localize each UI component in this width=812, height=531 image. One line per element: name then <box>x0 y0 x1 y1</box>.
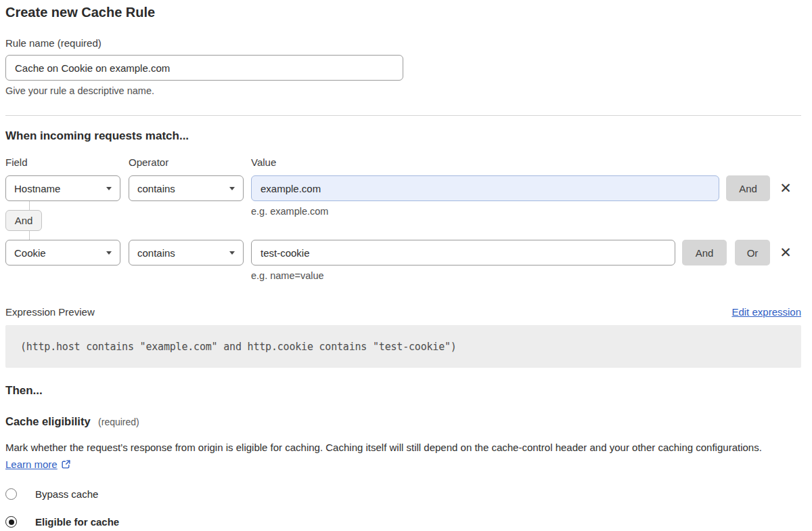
expression-code: (http.host contains "example.com" and ht… <box>20 341 457 353</box>
cache-eligibility-title: Cache eligibility <box>5 415 91 427</box>
rule-name-help: Give your rule a descriptive name. <box>5 85 801 97</box>
chevron-down-icon <box>229 187 235 190</box>
page-title: Create new Cache Rule <box>5 4 801 20</box>
value-hint: e.g. example.com <box>251 206 328 217</box>
expression-header: Expression Preview Edit expression <box>5 306 801 318</box>
then-heading: Then... <box>5 385 801 397</box>
operator-select[interactable]: contains <box>129 240 244 266</box>
condition-column-labels: Field Operator Value <box>5 156 801 168</box>
field-column-label: Field <box>5 156 120 168</box>
section-divider <box>5 115 801 116</box>
and-button[interactable]: And <box>726 175 770 201</box>
radio-unselected-icon[interactable] <box>5 488 17 500</box>
field-select[interactable]: Hostname <box>5 175 120 201</box>
rule-name-label: Rule name (required) <box>5 37 801 49</box>
radio-selected-icon[interactable] <box>5 516 17 528</box>
radio-label: Eligible for cache <box>35 516 119 528</box>
connector-stack: And <box>5 201 42 240</box>
condition-connector-area: And e.g. example.com <box>5 201 801 240</box>
operator-select-value: contains <box>137 247 175 259</box>
and-button[interactable]: And <box>682 240 727 266</box>
operator-select-value: contains <box>137 183 175 194</box>
value-column-label: Value <box>251 156 276 168</box>
value-input[interactable] <box>251 240 675 266</box>
value-input[interactable] <box>251 175 719 201</box>
field-select-value: Hostname <box>14 183 60 194</box>
condition-row: Cookie contains And Or ✕ <box>5 240 801 266</box>
operator-select[interactable]: contains <box>129 175 244 201</box>
edit-expression-link[interactable]: Edit expression <box>731 306 801 318</box>
match-heading: When incoming requests match... <box>5 130 801 142</box>
radio-label: Bypass cache <box>35 488 98 500</box>
description-text: Mark whether the request’s response from… <box>5 442 762 453</box>
chevron-down-icon <box>229 251 235 255</box>
external-link-icon <box>61 459 71 469</box>
chevron-down-icon <box>106 187 112 190</box>
connector-line <box>29 201 30 210</box>
learn-more-link[interactable]: Learn more <box>5 459 58 470</box>
rule-name-input[interactable] <box>5 55 403 81</box>
field-select[interactable]: Cookie <box>5 240 120 266</box>
remove-condition-icon[interactable]: ✕ <box>770 240 801 266</box>
create-cache-rule-page: Create new Cache Rule Rule name (require… <box>0 0 807 531</box>
condition-row: Hostname contains And ✕ <box>5 175 801 201</box>
expression-code-block: (http.host contains "example.com" and ht… <box>5 325 801 368</box>
required-note: (required) <box>98 417 139 427</box>
remove-condition-icon[interactable]: ✕ <box>770 175 801 201</box>
cache-eligibility-description: Mark whether the request’s response from… <box>5 439 790 473</box>
connector-and-button[interactable]: And <box>5 210 42 231</box>
chevron-down-icon <box>106 251 112 255</box>
value-hint: e.g. name=value <box>251 270 801 282</box>
or-button[interactable]: Or <box>735 240 770 266</box>
expression-preview-label: Expression Preview <box>5 306 95 318</box>
cache-eligibility-heading: Cache eligibility (required) <box>5 415 801 429</box>
radio-option-bypass-cache[interactable]: Bypass cache <box>5 488 801 500</box>
radio-option-eligible-for-cache[interactable]: Eligible for cache <box>5 516 801 528</box>
field-select-value: Cookie <box>14 247 46 259</box>
connector-line <box>29 231 30 240</box>
operator-column-label: Operator <box>129 156 244 168</box>
